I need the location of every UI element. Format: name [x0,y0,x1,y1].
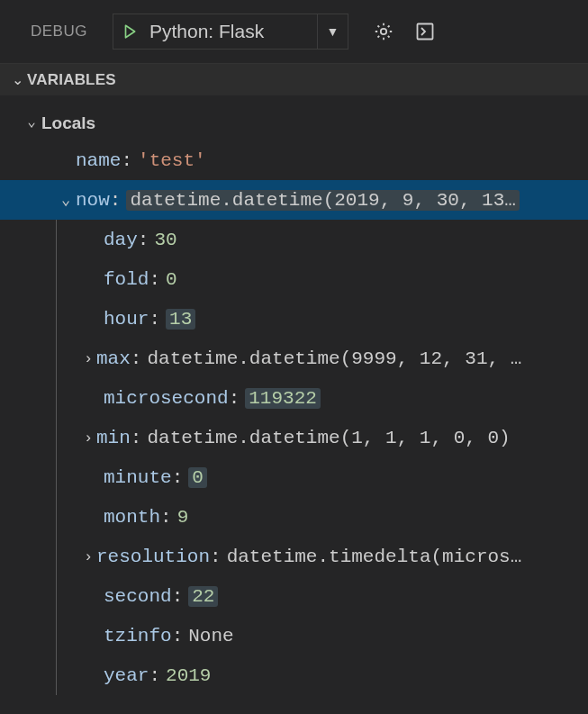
var-key: day [104,230,138,249]
variable-row-min[interactable]: › min: datetime.datetime(1, 1, 1, 0, 0) [0,418,588,457]
variables-tree: ⌄ Locals › name: 'test' ⌄ now: datetime.… [0,95,588,695]
var-value: 0 [188,467,207,488]
variable-row-tzinfo[interactable]: › tzinfo: None [0,616,588,655]
chevron-down-icon: ⌄ [22,115,41,130]
variable-row-name[interactable]: › name: 'test' [0,140,588,180]
var-key: min [96,429,131,447]
start-debug-button[interactable] [113,14,146,49]
var-value: 13 [166,309,195,330]
gear-icon[interactable] [370,18,397,45]
toolbar-actions [370,18,439,45]
variable-row-second[interactable]: › second: 22 [0,576,588,616]
var-key: hour [104,310,149,329]
var-value: 'test' [138,151,206,170]
var-key: fold [104,270,149,289]
var-key: now [76,191,110,210]
var-value: datetime.datetime(2019, 9, 30, 13… [126,190,519,211]
var-value: None [188,627,233,646]
var-value: datetime.timedelta(micros… [227,547,522,566]
var-key: year [104,666,149,685]
var-key: microsecond [104,389,229,408]
var-value: 9 [177,508,189,527]
var-value: 0 [166,270,177,289]
var-value: 22 [188,586,218,607]
variable-row-day[interactable]: › day: 30 [0,220,588,259]
var-key: resolution [96,547,210,566]
variable-row-microsecond[interactable]: › microsecond: 119322 [0,378,588,418]
debug-toolbar: DEBUG Python: Flask ▼ [0,0,588,63]
chevron-right-icon: › [84,351,93,366]
toolbar-title: DEBUG [31,23,87,41]
variables-section-label: VARIABLES [27,71,116,89]
chevron-right-icon: › [84,430,93,446]
config-dropdown-icon[interactable]: ▼ [317,14,348,49]
variable-row-max[interactable]: › max: datetime.datetime(9999, 12, 31, … [0,339,588,378]
scope-locals-header[interactable]: ⌄ Locals [0,104,588,140]
var-value: 119322 [245,388,321,409]
var-key: tzinfo [104,627,172,646]
var-key: name [76,151,121,170]
variable-row-minute[interactable]: › minute: 0 [0,457,588,497]
debug-config-name: Python: Flask [146,21,317,42]
variable-row-year[interactable]: › year: 2019 [0,655,588,695]
var-key: second [104,587,172,606]
debug-config-selector[interactable]: Python: Flask ▼ [113,14,348,50]
chevron-down-icon: ⌄ [7,71,27,88]
chevron-down-icon: ⌄ [56,193,76,208]
svg-point-0 [381,29,386,34]
variable-row-month[interactable]: › month: 9 [0,497,588,537]
variable-row-hour[interactable]: › hour: 13 [0,299,588,339]
var-value: 2019 [166,666,211,685]
var-value: datetime.datetime(9999, 12, 31, … [147,349,521,368]
var-value: 30 [154,230,176,249]
var-key: minute [104,468,172,487]
variables-section-header[interactable]: ⌄ VARIABLES [0,63,588,95]
chevron-right-icon: › [84,549,93,565]
variable-row-resolution[interactable]: › resolution: datetime.timedelta(micros… [0,537,588,576]
var-key: max [96,349,131,368]
scope-locals-label: Locals [41,114,95,131]
variable-row-now[interactable]: ⌄ now: datetime.datetime(2019, 9, 30, 13… [0,180,588,220]
debug-console-icon[interactable] [412,18,439,45]
var-key: month [104,508,160,527]
variable-row-fold[interactable]: › fold: 0 [0,259,588,299]
var-value: datetime.datetime(1, 1, 1, 0, 0) [147,429,510,447]
